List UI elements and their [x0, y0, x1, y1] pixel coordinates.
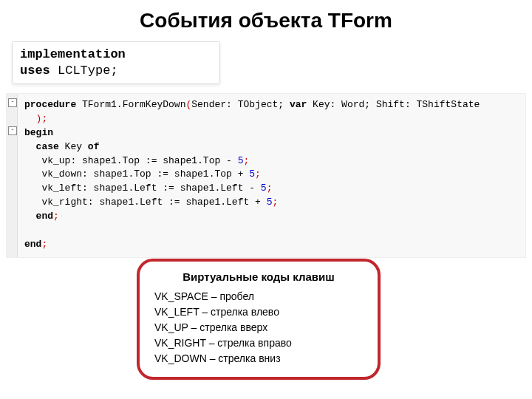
callout-list: VK_SPACE – пробел VK_LEFT – стрелка влев… [154, 289, 363, 366]
list-item: VK_UP – стрелка вверх [154, 320, 363, 335]
callout-title: Виртуальные коды клавиш [154, 270, 363, 283]
list-item: VK_SPACE – пробел [154, 289, 363, 304]
uses-unit: LCLType; [50, 64, 118, 78]
code-gutter: - - [7, 94, 18, 257]
list-item: VK_LEFT – стрелка влево [154, 304, 363, 320]
code-snippet-procedure: - - procedure TForm1.FormKeyDown(Sender:… [6, 93, 526, 258]
code-body: procedure TForm1.FormKeyDown(Sender: TOb… [24, 98, 519, 251]
page-title: События объекта TForm [0, 0, 532, 38]
list-item: VK_RIGHT – стрелка вправо [154, 335, 363, 351]
fold-icon: - [8, 98, 17, 107]
list-item: VK_DOWN – стрелка вниз [154, 351, 363, 366]
code-snippet-implementation: implementation uses LCLType; [12, 41, 220, 84]
fold-icon: - [8, 126, 17, 135]
keyword-implementation: implementation [20, 47, 126, 61]
keyword-uses: uses [20, 64, 50, 78]
vk-codes-callout: Виртуальные коды клавиш VK_SPACE – пробе… [137, 259, 381, 380]
